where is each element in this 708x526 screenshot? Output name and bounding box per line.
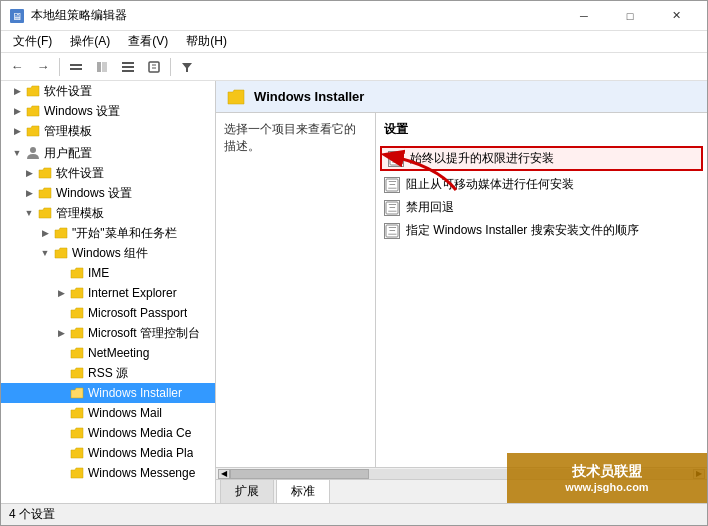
sidebar-item-windows-settings-2[interactable]: ▶ Windows 设置 [1,183,215,203]
sidebar-item-windows-components[interactable]: ▼ Windows 组件 [1,243,215,263]
sidebar-item-rss[interactable]: ▶ RSS 源 [1,363,215,383]
properties-button[interactable] [142,56,166,78]
titlebar: 🖥 本地组策略编辑器 ─ □ ✕ [1,1,707,31]
sidebar-label: RSS 源 [88,365,128,382]
folder-icon [69,325,85,341]
svg-text:三: 三 [388,226,397,236]
svg-rect-4 [97,62,101,72]
expander-icon: ▶ [53,288,69,298]
menu-action[interactable]: 操作(A) [62,31,118,52]
sidebar-label: NetMeeting [88,346,149,360]
user-icon [25,145,41,161]
sidebar-item-software-settings-2[interactable]: ▶ 软件设置 [1,163,215,183]
folder-icon [53,225,69,241]
folder-icon [69,385,85,401]
expander-icon: ▶ [21,168,37,178]
setting-item-2[interactable]: 三 阻止从可移动媒体进行任何安装 [376,173,707,196]
watermark: 技术员联盟 www.jsgho.com [507,453,707,503]
sidebar-item-ms-passport[interactable]: ▶ Microsoft Passport [1,303,215,323]
back-button[interactable]: ← [5,56,29,78]
sidebar-item-windows-media-center[interactable]: ▶ Windows Media Ce [1,423,215,443]
minimize-button[interactable]: ─ [561,1,607,31]
tab-standard[interactable]: 标准 [276,479,330,503]
svg-text:三: 三 [392,154,401,164]
sidebar-item-ime[interactable]: ▶ IME [1,263,215,283]
titlebar-left: 🖥 本地组策略编辑器 [9,7,127,24]
folder-icon [37,205,53,221]
menu-view[interactable]: 查看(V) [120,31,176,52]
setting-label-4: 指定 Windows Installer 搜索安装文件的顺序 [406,222,639,239]
sidebar-item-software-settings-1[interactable]: ▶ 软件设置 [1,81,215,101]
sidebar-item-admin-templates-1[interactable]: ▶ 管理模板 [1,121,215,141]
setting-label-1: 始终以提升的权限进行安装 [410,150,554,167]
content-panel: Windows Installer 选择一个项目来查看它的描述。 设置 三 [216,81,707,503]
menu-help[interactable]: 帮助(H) [178,31,235,52]
tab-extend[interactable]: 扩展 [220,479,274,503]
expander-icon: ▶ [53,328,69,338]
description-panel: 选择一个项目来查看它的描述。 [216,113,376,467]
svg-text:三: 三 [388,203,397,213]
sidebar-item-user-config[interactable]: ▼ 用户配置 [1,143,215,163]
setting-item-1[interactable]: 三 始终以提升的权限进行安装 [380,146,703,171]
setting-icon-4: 三 [384,223,400,239]
svg-rect-6 [122,62,134,64]
list-button[interactable] [116,56,140,78]
sidebar-label: Internet Explorer [88,286,177,300]
sidebar-item-start-menu[interactable]: ▶ "开始"菜单和任务栏 [1,223,215,243]
sidebar-label: 管理模板 [56,205,104,222]
forward-button[interactable]: → [31,56,55,78]
sidebar-item-windows-settings-1[interactable]: ▶ Windows 设置 [1,101,215,121]
expander-icon: ▶ [9,126,25,136]
watermark-line2: www.jsgho.com [565,481,648,493]
svg-rect-2 [70,64,82,66]
setting-item-4[interactable]: 三 指定 Windows Installer 搜索安装文件的顺序 [376,219,707,242]
description-text: 选择一个项目来查看它的描述。 [224,122,356,153]
sidebar-item-windows-installer[interactable]: ▶ Windows Installer [1,383,215,403]
sidebar-label: IME [88,266,109,280]
sidebar-label: 用户配置 [44,145,92,162]
sidebar-label: 管理模板 [44,123,92,140]
content-header-icon [226,87,246,107]
setting-label-3: 禁用回退 [406,199,454,216]
maximize-button[interactable]: □ [607,1,653,31]
svg-rect-5 [102,62,107,72]
folder-icon [25,83,41,99]
folder-icon [69,305,85,321]
menu-file[interactable]: 文件(F) [5,31,60,52]
titlebar-controls: ─ □ ✕ [561,1,699,31]
expander-icon: ▼ [21,208,37,218]
sidebar-item-windows-media-player[interactable]: ▶ Windows Media Pla [1,443,215,463]
show-hide-button[interactable] [90,56,114,78]
svg-marker-12 [182,63,192,72]
sidebar-item-ms-mmc[interactable]: ▶ Microsoft 管理控制台 [1,323,215,343]
close-button[interactable]: ✕ [653,1,699,31]
sidebar-item-windows-mail[interactable]: ▶ Windows Mail [1,403,215,423]
scroll-left-button[interactable]: ◀ [218,469,230,479]
folder-icon [69,425,85,441]
folder-icon [53,245,69,261]
svg-rect-8 [122,70,134,72]
setting-icon-3: 三 [384,200,400,216]
expander-icon: ▼ [37,248,53,258]
folder-icon [69,345,85,361]
scroll-thumb[interactable] [230,469,369,479]
sidebar-label: "开始"菜单和任务栏 [72,225,177,242]
sidebar-label: Windows 组件 [72,245,148,262]
statusbar: 4 个设置 [1,503,707,525]
folder-icon [69,465,85,481]
sidebar-label: Microsoft Passport [88,306,187,320]
sidebar-label: Windows Media Ce [88,426,191,440]
svg-text:🖥: 🖥 [12,11,22,22]
sidebar-item-netmeeting[interactable]: ▶ NetMeeting [1,343,215,363]
sidebar-item-ie[interactable]: ▶ Internet Explorer [1,283,215,303]
setting-item-3[interactable]: 三 禁用回退 [376,196,707,219]
status-text: 4 个设置 [9,506,55,523]
sidebar-item-windows-messenger[interactable]: ▶ Windows Messenge [1,463,215,483]
content-body: 选择一个项目来查看它的描述。 设置 三 始终以提升的权限进行安装 [216,113,707,467]
svg-point-13 [30,147,36,153]
filter-button[interactable] [175,56,199,78]
folder-icon [25,103,41,119]
sidebar-item-admin-templates-2[interactable]: ▼ 管理模板 [1,203,215,223]
settings-header: 设置 [376,117,707,144]
up-button[interactable] [64,56,88,78]
